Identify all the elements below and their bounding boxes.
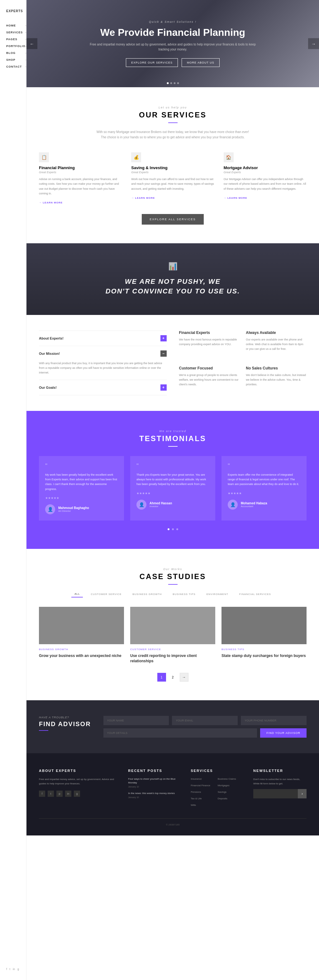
sidebar-item-blog[interactable]: BLOG ›	[6, 49, 27, 56]
accordion-header-mission[interactable]: Our Mission! −	[39, 346, 167, 361]
newsletter-email-input[interactable]	[253, 789, 298, 799]
author-name-1: Mahmoud Baghagho	[58, 506, 89, 510]
footer-post-title-1[interactable]: Four ways to cheer yourself up on the Bl…	[128, 777, 181, 785]
feature-always-available: Always Available Our experts are availab…	[246, 331, 306, 360]
page-next-button[interactable]: →	[180, 673, 188, 682]
footer-link-wills[interactable]: Wills	[191, 803, 217, 807]
accordion-expand-about[interactable]: +	[160, 335, 167, 341]
chevron-icon: ›	[26, 59, 27, 61]
newsletter-submit-button[interactable]: ›	[298, 789, 306, 799]
testimonial-text-2: Thank you Experts team for your great se…	[136, 473, 209, 487]
chevron-icon: ›	[26, 52, 27, 54]
filter-customer-service[interactable]: CUSTOMER SERVICE	[88, 591, 124, 597]
learn-more-financial[interactable]: LEARN MORE	[39, 201, 62, 204]
learn-more-mortgage[interactable]: LEARN MORE	[224, 197, 247, 199]
accordion-expand-mission[interactable]: −	[160, 350, 167, 357]
filter-all[interactable]: ALL	[71, 591, 83, 597]
hero-subtitle: Free and impartial money advice set up b…	[86, 42, 260, 52]
footer-post-date-2: January 10	[128, 796, 181, 799]
find-phone-input[interactable]	[241, 716, 306, 725]
hero-dot-1[interactable]	[167, 82, 169, 84]
sidebar-item-pages[interactable]: PAGES ›	[6, 36, 27, 43]
accordion-container: About Experts! + Our Mission! − With any…	[39, 331, 167, 395]
services-grid: 📋 Financial Planning Great Experts Advis…	[39, 152, 306, 205]
sidebar: EXPERTS HOME › SERVICES › PAGES › PORTFO…	[0, 0, 27, 835]
testimonials-dot-3[interactable]	[176, 528, 178, 530]
hero-next-button[interactable]: →	[308, 38, 319, 49]
find-problem-text: Have a trouble?	[39, 716, 91, 719]
testimonials-dot-1[interactable]	[167, 528, 169, 530]
footer-link-tax[interactable]: Tax & Life	[191, 797, 217, 801]
footer-pinterest-icon[interactable]: p	[56, 791, 62, 797]
sidebar-item-home[interactable]: HOME ›	[6, 22, 27, 29]
case-title-2[interactable]: Use credit reporting to improve client r…	[130, 653, 215, 664]
find-advisor-title: FIND ADVISOR	[39, 721, 91, 728]
quote-icon-3: "	[228, 462, 300, 469]
footer-google-icon[interactable]: g	[74, 791, 80, 797]
find-email-input[interactable]	[172, 716, 238, 725]
accordion-expand-goals[interactable]: +	[160, 384, 167, 391]
feature-title-sales: No Sales Cultures	[246, 366, 306, 371]
testimonial-rating-3: ★★★★★	[228, 492, 300, 495]
services-desc: With so many Mortgage and Insurance Brok…	[95, 129, 251, 140]
mortgage-advisor-icon: 🏠	[224, 152, 234, 162]
explore-services-button[interactable]: EXPLORE OUR SERVICES	[126, 58, 178, 67]
find-advisor-submit-button[interactable]: FIND YOUR ADVISOR	[260, 728, 306, 738]
footer-facebook-icon[interactable]: f	[39, 791, 45, 797]
footer-post-title-2[interactable]: In the news: this week's top money stori…	[128, 792, 181, 795]
sidebar-item-portfolio[interactable]: PORTFOLIO ›	[6, 43, 27, 49]
learn-more-saving[interactable]: LEARN MORE	[131, 197, 155, 199]
service-name-saving: Saving & Investing	[131, 165, 214, 170]
footer-services-title: SERVICES	[191, 769, 244, 773]
testimonials-section: We are trusted TESTIMONIALS " My work ha…	[27, 411, 319, 549]
sidebar-item-contact[interactable]: CONTACT ›	[6, 63, 27, 70]
chevron-icon: ›	[26, 38, 27, 41]
footer-link-insurance[interactable]: Insurance	[191, 777, 217, 781]
find-advisor-form: FIND YOUR ADVISOR	[104, 716, 306, 738]
testimonials-dot-2[interactable]	[172, 528, 174, 530]
footer-linkedin-icon[interactable]: in	[65, 791, 71, 797]
footer-link-financial-finance[interactable]: Financial Finance	[191, 784, 217, 788]
page-2-button[interactable]: 2	[169, 673, 177, 682]
footer-link-business-claims[interactable]: Business Claims	[218, 777, 244, 781]
filter-business-growth[interactable]: BUSINESS GROWTH	[129, 591, 165, 597]
accordion-header-goals[interactable]: Our Goals! +	[39, 380, 167, 395]
sidebar-item-shop[interactable]: SHOP ›	[6, 56, 27, 63]
hero-dot-4[interactable]	[177, 82, 179, 84]
chevron-icon: ›	[26, 24, 27, 27]
feature-title-customer: Customer Focused	[179, 366, 240, 371]
find-name-input[interactable]	[104, 716, 169, 725]
hero-prev-button[interactable]: ←	[27, 38, 37, 49]
author-avatar-3: 👤	[228, 500, 238, 510]
service-tag-mortgage: Great Experts	[224, 171, 306, 174]
footer-link-pensions[interactable]: Pensions	[191, 790, 217, 794]
footer-twitter-icon[interactable]: t	[48, 791, 54, 797]
dark-banner-text: WE ARE NOT PUSHY, WEDON'T CONVINCE YOU T…	[39, 277, 306, 296]
feature-title-available: Always Available	[246, 331, 306, 335]
filter-environment[interactable]: ENVIRONMENT	[203, 591, 231, 597]
find-form-row-2: FIND YOUR ADVISOR	[104, 728, 306, 738]
hero-dot-2[interactable]	[170, 82, 172, 84]
pagination: 1 2 →	[39, 673, 306, 682]
accordion-header-about[interactable]: About Experts! +	[39, 331, 167, 346]
sidebar-item-services[interactable]: SERVICES ›	[6, 29, 27, 36]
case-title-1[interactable]: Grow your business with an unexpected ni…	[39, 653, 124, 659]
footer-link-deposits[interactable]: Deposits	[218, 797, 244, 801]
testimonials-nav	[39, 528, 306, 530]
filter-business-tips[interactable]: BUSINESS TIPS	[169, 591, 198, 597]
presentation-icon: 📊	[39, 262, 306, 271]
find-details-input[interactable]	[104, 728, 257, 738]
author-role-1: Art Director	[58, 510, 89, 512]
hero-dot-3[interactable]	[174, 82, 175, 84]
case-title-3[interactable]: State stamp duty surcharges for foreign …	[222, 653, 306, 659]
page-1-button[interactable]: 1	[157, 673, 166, 682]
filter-financial-services[interactable]: FINANCIAL SERVICES	[236, 591, 274, 597]
explore-all-services-button[interactable]: EXPLORE ALL SERVICES	[142, 214, 203, 224]
footer-link-mortgages[interactable]: Mortgages	[218, 784, 244, 788]
author-role-2: Investor	[150, 505, 172, 508]
footer-link-savings[interactable]: Savings	[218, 790, 244, 794]
services-section: Let us help you OUR SERVICES With so man…	[27, 87, 319, 243]
more-about-button[interactable]: MORE ABOUT US	[182, 58, 220, 67]
accordion-content-mission: With any financial product that you buy,…	[39, 361, 167, 380]
nav-logo: EXPERTS	[6, 10, 23, 13]
